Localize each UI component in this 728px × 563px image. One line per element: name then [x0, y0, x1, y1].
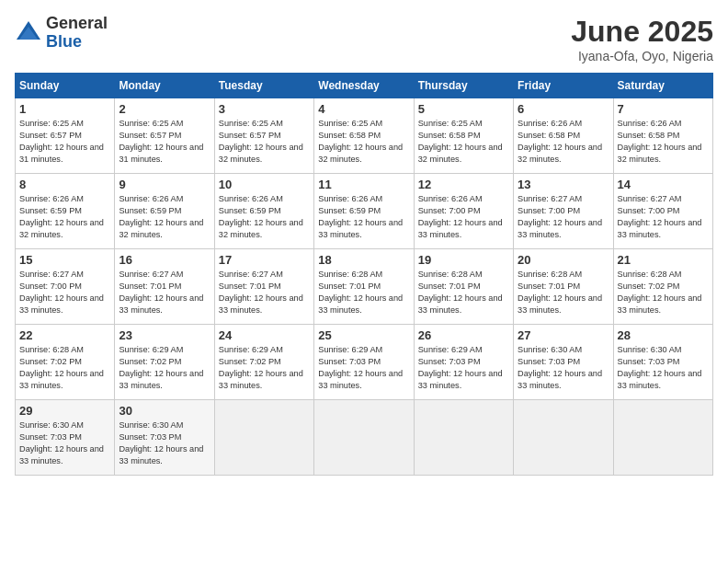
title-area: June 2025 Iyana-Ofa, Oyo, Nigeria	[571, 15, 713, 63]
day-cell: 23 Sunrise: 6:29 AM Sunset: 7:02 PM Dayl…	[115, 325, 214, 400]
sunrise-label: Sunrise: 6:25 AM	[418, 119, 483, 128]
day-number: 12	[418, 178, 509, 191]
day-number: 1	[19, 102, 110, 116]
daylight-label: Daylight: 12 hours and 33 minutes.	[19, 369, 104, 390]
calendar-page: General Blue June 2025 Iyana-Ofa, Oyo, N…	[0, 0, 728, 563]
sunset-label: Sunset: 6:59 PM	[318, 206, 381, 215]
sunrise-label: Sunrise: 6:26 AM	[418, 194, 483, 203]
sunset-label: Sunset: 7:03 PM	[119, 432, 181, 442]
sunset-label: Sunset: 7:02 PM	[19, 357, 82, 366]
logo-blue: Blue	[46, 33, 108, 52]
day-number: 23	[119, 328, 210, 342]
day-cell: 30 Sunrise: 6:30 AM Sunset: 7:03 PM Dayl…	[115, 400, 214, 476]
day-cell: 3 Sunrise: 6:25 AM Sunset: 6:57 PM Dayli…	[214, 98, 313, 174]
day-cell: 8 Sunrise: 6:26 AM Sunset: 6:59 PM Dayli…	[16, 174, 115, 249]
day-cell: 10 Sunrise: 6:26 AM Sunset: 6:59 PM Dayl…	[214, 174, 313, 249]
day-cell: 1 Sunrise: 6:25 AM Sunset: 6:57 PM Dayli…	[16, 98, 115, 174]
day-number: 14	[618, 178, 709, 191]
sunset-label: Sunset: 6:58 PM	[618, 131, 680, 140]
day-info: Sunrise: 6:30 AM Sunset: 7:03 PM Dayligh…	[19, 419, 110, 467]
logo: General Blue	[15, 15, 108, 52]
daylight-label: Daylight: 12 hours and 32 minutes.	[618, 143, 702, 164]
week-row-5: 29 Sunrise: 6:30 AM Sunset: 7:03 PM Dayl…	[16, 400, 713, 476]
day-info: Sunrise: 6:29 AM Sunset: 7:02 PM Dayligh…	[119, 344, 210, 392]
day-cell: 16 Sunrise: 6:27 AM Sunset: 7:01 PM Dayl…	[115, 249, 214, 325]
daylight-label: Daylight: 12 hours and 33 minutes.	[618, 369, 702, 390]
day-info: Sunrise: 6:26 AM Sunset: 6:58 PM Dayligh…	[518, 118, 609, 166]
day-info: Sunrise: 6:26 AM Sunset: 6:59 PM Dayligh…	[219, 193, 310, 241]
day-info: Sunrise: 6:30 AM Sunset: 7:03 PM Dayligh…	[518, 344, 609, 392]
day-info: Sunrise: 6:25 AM Sunset: 6:57 PM Dayligh…	[219, 118, 310, 166]
sunset-label: Sunset: 6:58 PM	[518, 131, 580, 140]
day-number: 3	[219, 102, 310, 116]
sunrise-label: Sunrise: 6:26 AM	[618, 119, 682, 128]
daylight-label: Daylight: 12 hours and 33 minutes.	[219, 369, 303, 390]
sunset-label: Sunset: 6:59 PM	[19, 206, 82, 215]
daylight-label: Daylight: 12 hours and 33 minutes.	[518, 293, 602, 315]
day-info: Sunrise: 6:30 AM Sunset: 7:03 PM Dayligh…	[119, 419, 210, 467]
day-info: Sunrise: 6:25 AM Sunset: 6:58 PM Dayligh…	[318, 118, 409, 166]
sunset-label: Sunset: 6:58 PM	[318, 131, 381, 140]
day-cell: 19 Sunrise: 6:28 AM Sunset: 7:01 PM Dayl…	[414, 249, 513, 325]
day-info: Sunrise: 6:28 AM Sunset: 7:02 PM Dayligh…	[19, 344, 110, 392]
logo-text: General Blue	[46, 15, 108, 52]
header: General Blue June 2025 Iyana-Ofa, Oyo, N…	[15, 15, 713, 63]
sunrise-label: Sunrise: 6:27 AM	[119, 270, 183, 279]
day-info: Sunrise: 6:25 AM Sunset: 6:57 PM Dayligh…	[19, 118, 110, 166]
col-tuesday: Tuesday	[214, 74, 313, 98]
day-info: Sunrise: 6:28 AM Sunset: 7:01 PM Dayligh…	[318, 269, 409, 316]
day-cell	[613, 400, 712, 476]
col-wednesday: Wednesday	[314, 74, 414, 98]
week-row-3: 15 Sunrise: 6:27 AM Sunset: 7:00 PM Dayl…	[16, 249, 713, 325]
day-info: Sunrise: 6:28 AM Sunset: 7:01 PM Dayligh…	[518, 269, 609, 316]
sunset-label: Sunset: 7:01 PM	[219, 282, 281, 291]
day-number: 19	[418, 253, 509, 267]
sunrise-label: Sunrise: 6:26 AM	[119, 194, 183, 203]
day-cell: 24 Sunrise: 6:29 AM Sunset: 7:02 PM Dayl…	[214, 325, 313, 400]
sunset-label: Sunset: 7:03 PM	[418, 357, 481, 366]
day-info: Sunrise: 6:27 AM Sunset: 7:00 PM Dayligh…	[518, 193, 609, 241]
day-number: 21	[618, 253, 709, 267]
day-cell: 11 Sunrise: 6:26 AM Sunset: 6:59 PM Dayl…	[314, 174, 414, 249]
sunset-label: Sunset: 6:57 PM	[119, 131, 181, 140]
day-number: 16	[119, 253, 210, 267]
day-info: Sunrise: 6:26 AM Sunset: 6:58 PM Dayligh…	[618, 118, 709, 166]
week-row-1: 1 Sunrise: 6:25 AM Sunset: 6:57 PM Dayli…	[16, 98, 713, 174]
week-row-2: 8 Sunrise: 6:26 AM Sunset: 6:59 PM Dayli…	[16, 174, 713, 249]
sunset-label: Sunset: 7:03 PM	[19, 432, 82, 442]
calendar-table: Sunday Monday Tuesday Wednesday Thursday…	[15, 73, 713, 476]
sunset-label: Sunset: 7:03 PM	[318, 357, 381, 366]
sunrise-label: Sunrise: 6:26 AM	[518, 119, 582, 128]
day-info: Sunrise: 6:28 AM Sunset: 7:01 PM Dayligh…	[418, 269, 509, 316]
daylight-label: Daylight: 12 hours and 32 minutes.	[219, 143, 303, 164]
day-cell: 7 Sunrise: 6:26 AM Sunset: 6:58 PM Dayli…	[613, 98, 712, 174]
daylight-label: Daylight: 12 hours and 33 minutes.	[418, 369, 503, 390]
day-number: 22	[19, 328, 110, 342]
sunrise-label: Sunrise: 6:30 AM	[19, 420, 84, 430]
sunrise-label: Sunrise: 6:26 AM	[219, 194, 283, 203]
sunrise-label: Sunrise: 6:28 AM	[19, 345, 84, 354]
logo-general: General	[46, 15, 108, 33]
sunset-label: Sunset: 7:03 PM	[618, 357, 680, 366]
day-info: Sunrise: 6:27 AM Sunset: 7:01 PM Dayligh…	[119, 269, 210, 316]
daylight-label: Daylight: 12 hours and 32 minutes.	[418, 143, 503, 164]
sunrise-label: Sunrise: 6:27 AM	[19, 270, 84, 279]
sunset-label: Sunset: 7:01 PM	[518, 282, 580, 291]
daylight-label: Daylight: 12 hours and 33 minutes.	[219, 293, 303, 315]
day-cell: 12 Sunrise: 6:26 AM Sunset: 7:00 PM Dayl…	[414, 174, 513, 249]
sunset-label: Sunset: 7:00 PM	[19, 282, 82, 291]
sunrise-label: Sunrise: 6:28 AM	[418, 270, 483, 279]
day-cell: 28 Sunrise: 6:30 AM Sunset: 7:03 PM Dayl…	[613, 325, 712, 400]
sunset-label: Sunset: 6:57 PM	[219, 131, 281, 140]
sunrise-label: Sunrise: 6:30 AM	[119, 420, 183, 430]
day-cell	[514, 400, 613, 476]
logo-icon	[15, 19, 42, 47]
sunset-label: Sunset: 6:57 PM	[19, 131, 82, 140]
daylight-label: Daylight: 12 hours and 33 minutes.	[618, 293, 702, 315]
sunset-label: Sunset: 7:02 PM	[219, 357, 281, 366]
day-cell: 21 Sunrise: 6:28 AM Sunset: 7:02 PM Dayl…	[613, 249, 712, 325]
daylight-label: Daylight: 12 hours and 33 minutes.	[418, 293, 503, 315]
day-info: Sunrise: 6:25 AM Sunset: 6:57 PM Dayligh…	[119, 118, 210, 166]
day-cell: 15 Sunrise: 6:27 AM Sunset: 7:00 PM Dayl…	[16, 249, 115, 325]
week-row-4: 22 Sunrise: 6:28 AM Sunset: 7:02 PM Dayl…	[16, 325, 713, 400]
